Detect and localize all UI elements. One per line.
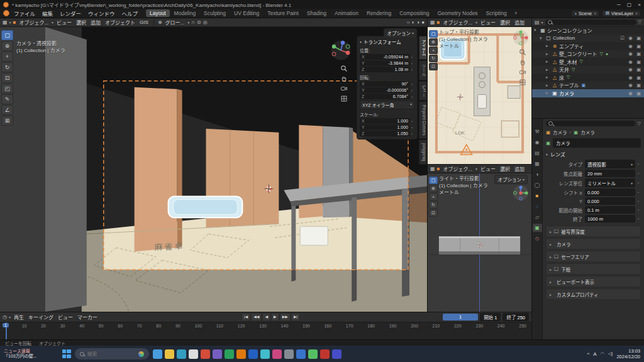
visibility-eye-icon[interactable]: ◉ <box>627 51 634 57</box>
timeline-menu-item[interactable]: 再生 <box>13 314 25 321</box>
proportional-edit-icon[interactable]: ◎ <box>203 19 208 25</box>
properties-tab[interactable]: ■ <box>533 192 542 200</box>
select-box-tool[interactable]: ▢ <box>1 30 13 40</box>
scene-selector[interactable]: ◑ Scene × <box>571 10 600 17</box>
rotation-z-field[interactable]: Z6.7084° <box>360 94 410 99</box>
move-tool[interactable]: + <box>429 193 438 200</box>
orientation-dropdown[interactable]: グロー... <box>164 19 186 26</box>
render-visibility-icon[interactable]: ▣ <box>635 67 642 72</box>
shading-mode-icon[interactable]: ● <box>421 19 425 25</box>
datablock-name-field[interactable]: カメラ <box>553 138 641 148</box>
taskbar-app-icon[interactable] <box>260 349 270 359</box>
navigation-gizmo[interactable] <box>513 185 529 201</box>
expand-icon[interactable]: ▸ <box>546 67 550 72</box>
viewlayer-unlink-icon[interactable]: × <box>635 11 638 16</box>
viewlayer-selector[interactable]: ▤ ViewLayer × <box>602 10 641 17</box>
mode-dropdown[interactable]: オブジェク... <box>441 165 474 172</box>
taskbar-app-icon[interactable] <box>236 349 246 359</box>
taskbar-app-icon[interactable] <box>225 349 234 359</box>
shading-mode-icon[interactable]: ○ <box>407 19 410 25</box>
transform-tool[interactable]: ◰ <box>1 84 13 94</box>
property-section[interactable]: ▸ カスタムプロパティ <box>546 288 641 300</box>
outliner-row-empty[interactable]: ▸ ⊕ エンプティ ◉ ▣ <box>532 42 644 50</box>
property-section[interactable]: ▸ カメラ <box>546 238 641 250</box>
news-widget[interactable]: ニュース速報 「103万円の壁... <box>4 349 37 359</box>
viewport-menu-item[interactable]: 選択 <box>75 19 87 26</box>
navigation-gizmo[interactable] <box>330 40 352 61</box>
camera-view-icon[interactable] <box>340 85 348 92</box>
frame-start-field[interactable]: 開始 1 <box>480 313 501 321</box>
taskbar-app-icon[interactable] <box>165 349 174 359</box>
navigation-gizmo[interactable] <box>513 30 529 46</box>
measure-tool[interactable]: ∠ <box>1 105 13 115</box>
viewport-right-canvas[interactable]: ライト・平行投影 (1) Collection | カメラ メートル ▢ ⊕ +… <box>428 173 531 312</box>
outliner-row-camera[interactable]: ▸ ▣ カメラ ◉ ▣ <box>532 89 644 97</box>
properties-tab[interactable]: ▣ <box>533 224 542 232</box>
playback-button[interactable]: ◀◀ <box>251 313 262 321</box>
outliner-row-floor[interactable]: ▸ △ 床 ▽ ◉ ▣ <box>532 74 644 82</box>
taskbar-app-icon[interactable] <box>308 349 318 359</box>
workspace-tab[interactable]: Sculpting <box>200 9 230 17</box>
tray-chevron-icon[interactable]: ^ <box>587 351 590 357</box>
property-field[interactable]: 0.1 m <box>585 206 635 214</box>
property-field[interactable]: ミリメートル▾ <box>585 178 635 187</box>
menu-item[interactable]: ファイル <box>11 9 38 18</box>
scene-unlink-icon[interactable]: × <box>594 11 596 16</box>
pan-hand-icon[interactable] <box>340 75 348 82</box>
outliner-row-wall-concrete[interactable]: ▸ △ 壁_コンクリート ▽ ● ◉ ▣ <box>532 50 644 58</box>
properties-tab[interactable]: ◇ <box>533 234 542 243</box>
viewport-menu-item[interactable]: 追加 <box>513 165 526 172</box>
animate-dot-icon[interactable]: • <box>638 208 641 212</box>
editor-type-icon[interactable]: ▦ <box>3 19 8 25</box>
cursor-tool[interactable]: ⊕ <box>1 41 13 51</box>
properties-tab[interactable]: ▤ <box>533 149 542 157</box>
expand-icon[interactable]: ▾ <box>540 36 544 41</box>
ime-indicator[interactable]: A <box>593 351 596 357</box>
expand-icon[interactable]: ▸ <box>546 83 550 88</box>
workspace-tab[interactable]: Texture Paint <box>264 9 303 17</box>
snap-magnet-icon[interactable]: ∩ <box>191 19 195 25</box>
property-section[interactable]: ▸ ☐ 被写界深度 <box>546 226 641 237</box>
pan-hand-icon[interactable] <box>519 58 526 66</box>
taskbar-app-icon[interactable] <box>248 349 258 359</box>
camera-view-icon[interactable] <box>519 69 526 76</box>
property-field[interactable]: 0.000 <box>585 197 635 205</box>
sidebar-tab[interactable]: ビュー <box>419 81 427 101</box>
search-input[interactable] <box>87 351 135 357</box>
move-tool[interactable]: + <box>1 52 13 62</box>
taskbar-app-icon[interactable] <box>332 349 341 359</box>
location-z-field[interactable]: Z1.08 m <box>360 67 410 72</box>
breadcrumb-data[interactable]: カメラ <box>580 129 595 136</box>
select-box-tool[interactable]: ▢ <box>429 30 438 38</box>
visibility-eye-icon[interactable]: ◉ <box>627 67 634 72</box>
taskbar-app-icon[interactable] <box>177 349 186 359</box>
visibility-eye-icon[interactable]: ◉ <box>627 43 634 49</box>
zoom-icon[interactable] <box>519 48 526 56</box>
breadcrumb-object[interactable]: カメラ <box>553 129 567 136</box>
rotate-tool[interactable]: ↻ <box>429 55 438 62</box>
viewport-menu-item[interactable]: オブジェクト <box>104 19 136 26</box>
lock-icon[interactable]: • <box>411 68 414 72</box>
visibility-eye-icon[interactable]: ◉ <box>627 82 634 88</box>
outliner-editor-icon[interactable]: ▤ <box>535 19 540 25</box>
blender-menu-icon[interactable] <box>3 10 9 16</box>
cursor-tool[interactable]: ⊕ <box>429 38 438 46</box>
render-visibility-icon[interactable]: ▣ <box>635 35 642 41</box>
viewport-menu-item[interactable]: ビュー <box>479 165 497 172</box>
lock-icon[interactable]: • <box>411 95 414 99</box>
workspace-tab[interactable]: Rendering <box>363 9 395 17</box>
properties-tab[interactable]: ▦ <box>533 160 542 168</box>
expand-icon[interactable]: ▾ <box>534 28 538 33</box>
sidebar-tab[interactable]: アイテム <box>419 36 427 60</box>
scale-tool[interactable]: ⊡ <box>1 73 13 83</box>
taskbar-app-icon[interactable] <box>320 349 330 359</box>
timeline-menu-item[interactable]: ビュー <box>57 314 74 321</box>
animate-dot-icon[interactable]: • <box>638 172 641 175</box>
scale-tool[interactable]: ⊡ <box>429 209 438 217</box>
menu-item[interactable]: ヘルプ <box>119 9 142 18</box>
viewport-menu-item[interactable]: ビュー <box>479 19 497 26</box>
animate-dot-icon[interactable]: • <box>638 199 641 203</box>
add-cube-tool[interactable]: ⊞ <box>1 116 13 126</box>
properties-tab[interactable]: ◌ <box>533 202 542 211</box>
property-field[interactable]: 透視投影▾ <box>585 160 635 168</box>
